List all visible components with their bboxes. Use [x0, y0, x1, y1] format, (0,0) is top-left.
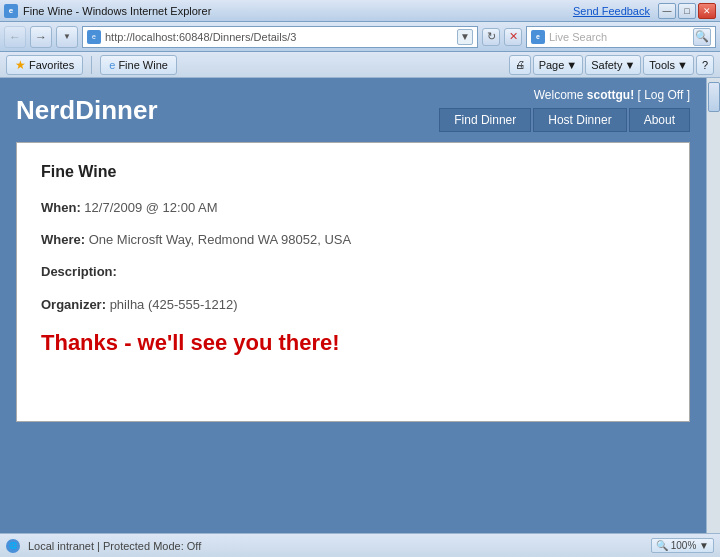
page-button[interactable]: Page ▼	[533, 55, 584, 75]
print-button[interactable]: 🖨	[509, 55, 531, 75]
live-search-button[interactable]: 🔍	[693, 28, 711, 46]
address-bar[interactable]: e http://localhost:60848/Dinners/Details…	[82, 26, 478, 48]
organizer-value: philha (425-555-1212)	[110, 297, 238, 312]
page-label: Page	[539, 59, 565, 71]
dinner-title: Fine Wine	[41, 163, 665, 181]
welcome-message: Welcome scottgu! [ Log Off ]	[534, 88, 690, 102]
page-dropdown-icon: ▼	[566, 59, 577, 71]
content-box: Fine Wine When: 12/7/2009 @ 12:00 AM Whe…	[16, 142, 690, 422]
when-label: When:	[41, 200, 81, 215]
description-label: Description:	[41, 264, 117, 279]
host-dinner-button[interactable]: Host Dinner	[533, 108, 626, 132]
zoom-dropdown-icon: ▼	[699, 540, 709, 551]
printer-icon: 🖨	[515, 59, 525, 70]
organizer-label: Organizer:	[41, 297, 106, 312]
ie-tab-icon: e	[109, 59, 115, 71]
close-button[interactable]: ✕	[698, 3, 716, 19]
window-title: Fine Wine - Windows Internet Explorer	[23, 5, 211, 17]
zoom-button[interactable]: 🔍 100% ▼	[651, 538, 714, 553]
dropdown-button[interactable]: ▼	[56, 26, 78, 48]
zoom-level: 100%	[671, 540, 697, 551]
welcome-label: Welcome	[534, 88, 584, 102]
tools-button[interactable]: Tools ▼	[643, 55, 694, 75]
site-wrapper: NerdDinner Welcome scottgu! [ Log Off ] …	[0, 78, 706, 533]
when-value: 12/7/2009 @ 12:00 AM	[84, 200, 217, 215]
zoom-icon: 🔍	[656, 540, 668, 551]
scroll-track[interactable]	[706, 78, 720, 533]
page-icon: e	[87, 30, 101, 44]
find-dinner-button[interactable]: Find Dinner	[439, 108, 531, 132]
tools-dropdown-icon: ▼	[677, 59, 688, 71]
organizer-field: Organizer: philha (425-555-1212)	[41, 296, 665, 314]
toolbar-group: 🖨 Page ▼ Safety ▼ Tools ▼ ?	[509, 55, 714, 75]
about-button[interactable]: About	[629, 108, 690, 132]
title-bar: e Fine Wine - Windows Internet Explorer …	[0, 0, 720, 22]
where-field: Where: One Microsft Way, Redmond WA 9805…	[41, 231, 665, 249]
back-button[interactable]: ←	[4, 26, 26, 48]
rsvp-message: Thanks - we'll see you there!	[41, 330, 665, 356]
stop-button[interactable]: ✕	[504, 28, 522, 46]
live-search-logo-icon: e	[531, 30, 545, 44]
where-value: One Microsft Way, Redmond WA 98052, USA	[89, 232, 352, 247]
browser-content: NerdDinner Welcome scottgu! [ Log Off ] …	[0, 78, 706, 533]
scroll-thumb[interactable]	[708, 82, 720, 112]
logoff-link[interactable]: [ Log Off ]	[638, 88, 690, 102]
navigation-bar: ← → ▼ e http://localhost:60848/Dinners/D…	[0, 22, 720, 52]
browser-outer: NerdDinner Welcome scottgu! [ Log Off ] …	[0, 78, 720, 533]
safety-dropdown-icon: ▼	[624, 59, 635, 71]
tab-label: Fine Wine	[118, 59, 168, 71]
maximize-button[interactable]: □	[678, 3, 696, 19]
favorites-divider	[91, 56, 92, 74]
tools-label: Tools	[649, 59, 675, 71]
minimize-button[interactable]: —	[658, 3, 676, 19]
live-search-text: Live Search	[549, 31, 689, 43]
help-button[interactable]: ?	[696, 55, 714, 75]
star-icon: ★	[15, 58, 26, 72]
site-nav-links: Find Dinner Host Dinner About	[439, 108, 690, 132]
header-right: Welcome scottgu! [ Log Off ] Find Dinner…	[439, 88, 690, 132]
where-label: Where:	[41, 232, 85, 247]
favorites-label: Favorites	[29, 59, 74, 71]
safety-label: Safety	[591, 59, 622, 71]
when-field: When: 12/7/2009 @ 12:00 AM	[41, 199, 665, 217]
site-header: NerdDinner Welcome scottgu! [ Log Off ] …	[0, 78, 706, 132]
safety-button[interactable]: Safety ▼	[585, 55, 641, 75]
address-text: http://localhost:60848/Dinners/Details/3	[105, 31, 453, 43]
zoom-control[interactable]: 🔍 100% ▼	[651, 538, 714, 553]
site-main: Fine Wine When: 12/7/2009 @ 12:00 AM Whe…	[0, 132, 706, 533]
site-title: NerdDinner	[16, 95, 158, 126]
help-icon: ?	[702, 59, 708, 71]
zone-icon: 🌐	[6, 539, 20, 553]
live-search-box[interactable]: e Live Search 🔍	[526, 26, 716, 48]
description-field: Description:	[41, 263, 665, 281]
refresh-button[interactable]: ↻	[482, 28, 500, 46]
username-label: scottgu!	[587, 88, 634, 102]
address-dropdown-button[interactable]: ▼	[457, 29, 473, 45]
zone-text: Local intranet | Protected Mode: Off	[28, 540, 643, 552]
status-bar: 🌐 Local intranet | Protected Mode: Off 🔍…	[0, 533, 720, 557]
favorites-button[interactable]: ★ Favorites	[6, 55, 83, 75]
send-feedback-link[interactable]: Send Feedback	[573, 5, 650, 17]
ie-logo-icon: e	[4, 4, 18, 18]
favorites-bar: ★ Favorites e Fine Wine 🖨 Page ▼ Safety …	[0, 52, 720, 78]
fine-wine-tab[interactable]: e Fine Wine	[100, 55, 177, 75]
forward-button[interactable]: →	[30, 26, 52, 48]
